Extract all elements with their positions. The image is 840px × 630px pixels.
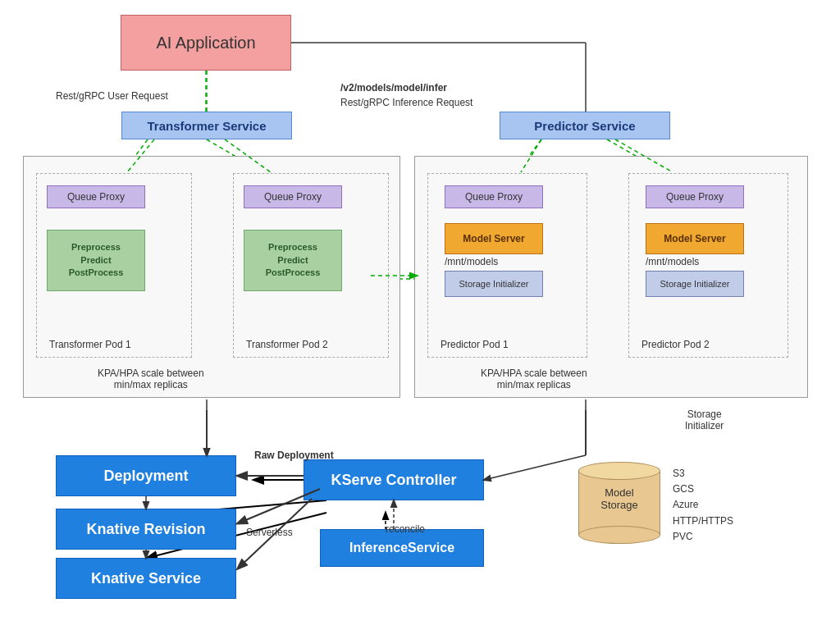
- serverless-label: Serverless: [246, 527, 293, 538]
- predictor-pod2-queue-proxy: Queue Proxy: [646, 185, 744, 208]
- transformer-pod1-preprocess: Preprocess Predict PostProcess: [47, 230, 145, 291]
- predictor-pod1-label: Predictor Pod 1: [441, 339, 509, 350]
- predictor-pod2-box: Queue Proxy Model Server /mnt/models Sto…: [628, 173, 788, 358]
- svg-line-26: [484, 455, 586, 480]
- v2-models-label: /v2/models/model/infer: [340, 82, 447, 94]
- ai-application-box: AI Application: [121, 15, 291, 71]
- transformer-outer-box: Queue Proxy Preprocess Predict PostProce…: [23, 156, 400, 398]
- predictor-pod1-box: Queue Proxy Model Server /mnt/models Sto…: [427, 173, 587, 358]
- storage-initializer-side-label: Storage Initializer: [685, 409, 724, 431]
- knative-service-box: Knative Service: [56, 558, 236, 599]
- kpa-hpa-predictor-label: KPA/HPA scale between min/max replicas: [481, 368, 587, 390]
- predictor-pod2-mnt-label: /mnt/models: [646, 256, 699, 267]
- model-storage-cylinder: Model Storage: [574, 455, 664, 554]
- transformer-pod2-label: Transformer Pod 2: [246, 339, 328, 350]
- transformer-pod2-preprocess: Preprocess Predict PostProcess: [244, 230, 342, 291]
- predictor-pod1-queue-proxy: Queue Proxy: [445, 185, 543, 208]
- ai-application-label: AI Application: [156, 34, 255, 52]
- rest-user-request-label: Rest/gRPC User Request: [56, 90, 168, 102]
- kserve-controller-box: KServe Controller: [304, 459, 484, 500]
- deployment-box: Deployment: [56, 455, 236, 496]
- predictor-pod2-model-server: Model Server: [646, 223, 744, 254]
- transformer-pod1-box: Queue Proxy Preprocess Predict PostProce…: [36, 173, 192, 358]
- predictor-outer-box: Queue Proxy Model Server /mnt/models Sto…: [414, 156, 808, 398]
- predictor-pod1-mnt-label: /mnt/models: [445, 256, 498, 267]
- transformer-service-label: Transformer Service: [147, 119, 266, 133]
- transformer-pod1-queue-proxy: Queue Proxy: [47, 185, 145, 208]
- raw-deployment-label: Raw Deployment: [254, 450, 334, 461]
- transformer-pod2-box: Queue Proxy Preprocess Predict PostProce…: [233, 173, 389, 358]
- transformer-pod1-label: Transformer Pod 1: [49, 339, 131, 350]
- storage-types-label: S3 GCS Azure HTTP/HTTPS PVC: [673, 466, 733, 545]
- predictor-pod1-storage-init: Storage Initializer: [445, 271, 543, 297]
- predictor-service-label: Predictor Service: [534, 119, 635, 133]
- kpa-hpa-transformer-label: KPA/HPA scale between min/max replicas: [98, 368, 204, 390]
- transformer-pod2-queue-proxy: Queue Proxy: [244, 185, 342, 208]
- model-storage-label: Model Storage: [574, 486, 664, 511]
- predictor-service-box: Predictor Service: [500, 112, 670, 139]
- knative-revision-box: Knative Revision: [56, 509, 236, 550]
- predictor-pod2-label: Predictor Pod 2: [641, 339, 710, 350]
- transformer-service-box: Transformer Service: [121, 112, 292, 139]
- rest-inference-label: Rest/gRPC Inference Request: [340, 97, 472, 108]
- diagram: AI Application Rest/gRPC User Request /v…: [0, 0, 840, 630]
- predictor-pod2-storage-init: Storage Initializer: [646, 271, 744, 297]
- reconcile-label: reconcile: [386, 523, 425, 535]
- predictor-pod1-model-server: Model Server: [445, 223, 543, 254]
